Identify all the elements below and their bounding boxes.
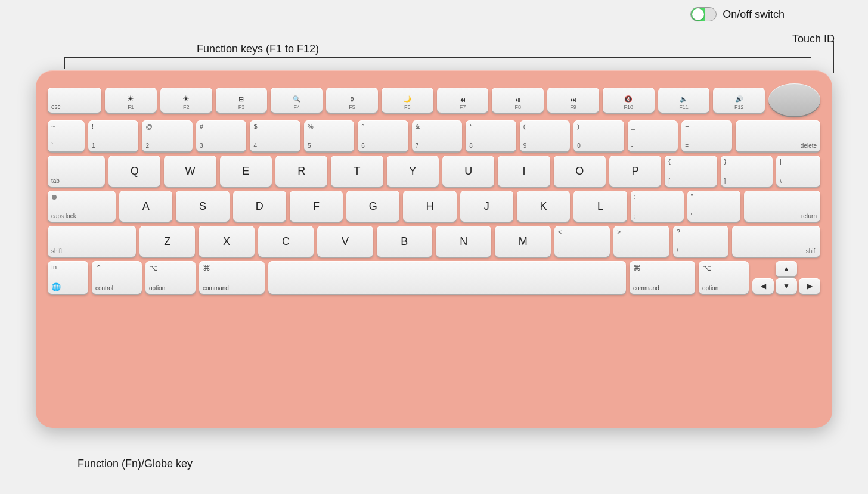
key-arrow-right[interactable]: ▶ [799, 278, 820, 294]
key-quote[interactable]: " ' [687, 191, 740, 222]
key-r[interactable]: R [275, 156, 327, 187]
key-1[interactable]: ! 1 [88, 120, 138, 151]
key-f1[interactable]: ☀ F1 [105, 88, 157, 113]
key-f11[interactable]: 🔈 F11 [658, 88, 710, 113]
key-p[interactable]: P [609, 156, 661, 187]
key-h[interactable]: H [403, 191, 456, 222]
key-j[interactable]: J [460, 191, 513, 222]
key-semicolon[interactable]: : ; [631, 191, 684, 222]
page-container: On/off switch Touch ID Function keys (F1… [0, 0, 868, 494]
asdf-row: caps lock A S D F G H J K L : ; " ' retu… [48, 191, 820, 222]
fn-line-top [197, 57, 811, 58]
key-f8[interactable]: ⏯ F8 [492, 88, 544, 113]
key-option-left[interactable]: ⌥ option [145, 261, 196, 294]
key-lbracket[interactable]: { [ [665, 156, 717, 187]
key-o[interactable]: O [554, 156, 606, 187]
key-command-right[interactable]: ⌘ command [630, 261, 695, 294]
arrow-top-row: ▲ [752, 261, 820, 276]
key-f12[interactable]: 🔊 F12 [713, 88, 765, 113]
key-m[interactable]: M [495, 226, 550, 257]
key-f7[interactable]: ⏮ F7 [437, 88, 489, 113]
fn-line-left [64, 57, 197, 58]
key-4[interactable]: $ 4 [250, 120, 300, 151]
key-z[interactable]: Z [140, 226, 195, 257]
qwerty-row: tab Q W E R T Y U I O P { [ } ] | \ [48, 156, 820, 187]
key-e[interactable]: E [220, 156, 272, 187]
key-f3[interactable]: ⊞ F3 [216, 88, 268, 113]
key-y[interactable]: Y [387, 156, 439, 187]
shift-row: shift Z X C V B N M < , > . ? / shift [48, 226, 820, 257]
key-esc[interactable]: esc [48, 88, 101, 113]
key-c[interactable]: C [258, 226, 314, 257]
key-period[interactable]: > . [613, 226, 669, 257]
key-f[interactable]: F [290, 191, 343, 222]
key-7[interactable]: & 7 [412, 120, 462, 151]
key-u[interactable]: U [442, 156, 494, 187]
key-command-left[interactable]: ⌘ command [199, 261, 265, 294]
key-q[interactable]: Q [108, 156, 160, 187]
fn-line-left-vert [64, 57, 65, 69]
key-tab[interactable]: tab [48, 156, 105, 187]
key-touchid[interactable] [768, 83, 820, 116]
key-f5[interactable]: 🎙 F5 [326, 88, 378, 113]
touchid-line [833, 41, 834, 73]
number-row: ~ ` ! 1 @ 2 # 3 $ 4 % 5 [48, 120, 820, 151]
key-2[interactable]: @ 2 [142, 120, 192, 151]
key-slash[interactable]: ? / [673, 226, 728, 257]
key-comma[interactable]: < , [554, 226, 610, 257]
key-backtick[interactable]: ~ ` [48, 120, 85, 151]
key-9[interactable]: ( 9 [520, 120, 570, 151]
key-d[interactable]: D [233, 191, 286, 222]
globe-line [91, 430, 91, 453]
key-capslock[interactable]: caps lock [48, 191, 116, 222]
key-return[interactable]: return [744, 191, 820, 222]
key-f6[interactable]: 🌙 F6 [382, 88, 433, 113]
key-k[interactable]: K [517, 191, 570, 222]
touchid-label: Touch ID [792, 33, 835, 45]
key-n[interactable]: N [436, 226, 491, 257]
key-fn[interactable]: fn 🌐 [48, 261, 88, 294]
fn-line-right-vert [808, 57, 808, 69]
key-equals[interactable]: + = [681, 120, 731, 151]
key-f4[interactable]: 🔍 F4 [271, 88, 323, 113]
key-delete[interactable]: delete [736, 120, 820, 151]
fn-globe-label: Function (Fn)/Globe key [78, 458, 193, 470]
key-i[interactable]: I [498, 156, 550, 187]
key-v[interactable]: V [317, 226, 373, 257]
key-arrow-down[interactable]: ▼ [776, 278, 797, 294]
key-6[interactable]: ^ 6 [358, 120, 408, 151]
onoff-switch[interactable] [690, 7, 717, 21]
key-backslash[interactable]: | \ [776, 156, 820, 187]
key-l[interactable]: L [574, 191, 627, 222]
keyboard-body: esc ☀ F1 ☀ F2 ⊞ F3 [36, 70, 832, 428]
arrow-bottom-row: ◀ ▼ ▶ [752, 278, 820, 294]
key-a[interactable]: A [119, 191, 172, 222]
key-f2[interactable]: ☀ F2 [160, 88, 212, 113]
fn-keys-label: Function keys (F1 to F12) [197, 43, 319, 55]
key-0[interactable]: ) 0 [574, 120, 624, 151]
toggle-knob [692, 8, 704, 20]
key-control[interactable]: ⌃ control [92, 261, 142, 294]
key-5[interactable]: % 5 [304, 120, 354, 151]
key-option-right[interactable]: ⌥ option [699, 261, 749, 294]
key-shift-right[interactable]: shift [732, 226, 820, 257]
key-arrow-up[interactable]: ▲ [776, 261, 797, 276]
key-8[interactable]: * 8 [466, 120, 516, 151]
key-s[interactable]: S [176, 191, 229, 222]
key-t[interactable]: T [331, 156, 383, 187]
key-shift-left[interactable]: shift [48, 226, 136, 257]
key-f10[interactable]: 🔇 F10 [603, 88, 655, 113]
key-space[interactable] [268, 261, 626, 294]
key-minus[interactable]: _ - [628, 120, 678, 151]
key-f9[interactable]: ⏭ F9 [547, 88, 599, 113]
spacer2 [799, 261, 820, 276]
key-w[interactable]: W [164, 156, 216, 187]
key-3[interactable]: # 3 [196, 120, 246, 151]
key-g[interactable]: G [346, 191, 399, 222]
key-x[interactable]: X [199, 226, 254, 257]
key-b[interactable]: B [377, 226, 432, 257]
onoff-area: On/off switch [690, 7, 785, 21]
key-rbracket[interactable]: } ] [721, 156, 773, 187]
key-arrow-left[interactable]: ◀ [752, 278, 774, 294]
onoff-label: On/off switch [723, 8, 785, 21]
